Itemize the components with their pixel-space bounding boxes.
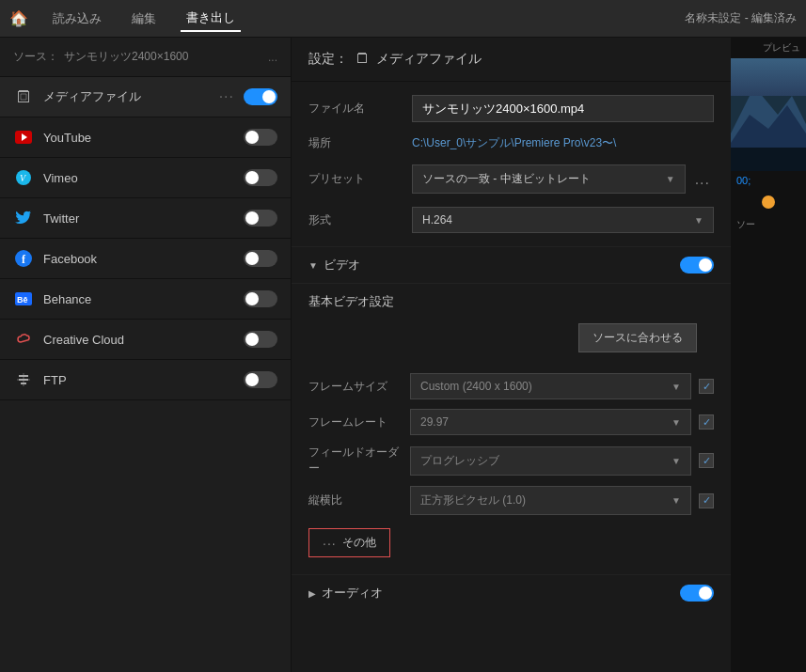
behance-toggle[interactable] [244,290,277,307]
field-order-checkbox[interactable] [699,453,714,468]
frame-rate-arrow-icon: ▼ [672,417,681,428]
youtube-icon [13,127,34,148]
frame-size-checkbox[interactable] [699,379,714,394]
facebook-toggle[interactable] [244,250,277,267]
svg-rect-12 [731,58,806,96]
home-nav-icon[interactable]: 🏠 [9,9,28,27]
panel-title: メディアファイル [376,51,482,68]
location-link[interactable]: C:\User_0\サンプル\Premiere Pro\v23〜\ [412,135,616,151]
field-order-select[interactable]: プログレッシブ ▼ [410,446,691,476]
facebook-icon: f [13,248,34,269]
audio-section-title: オーディオ [322,585,680,602]
sidebar-item-ftp[interactable]: FTP [0,360,291,400]
format-label: 形式 [308,212,412,228]
preview-timecode: 00; [731,171,806,190]
twitter-icon [13,208,34,228]
frame-size-value: Custom (2400 x 1600) [420,380,532,393]
ftp-icon [13,369,34,390]
frame-size-select[interactable]: Custom (2400 x 1600) ▼ [410,373,691,399]
svg-rect-11 [731,148,806,171]
location-label: 場所 [308,135,412,151]
preset-more-btn[interactable]: ... [691,167,714,192]
preview-marker-icon[interactable] [762,195,775,209]
other-btn-dots-icon: ··· [323,536,337,551]
preset-row: プリセット ソースの一致 - 中速ビットレート ▼ ... [308,164,714,194]
sidebar-source-header: ソース： サンモリッツ2400×1600 ... [0,38,291,77]
frame-size-label: フレームサイズ [308,379,403,395]
creative-cloud-toggle[interactable] [244,331,277,348]
nav-item-load[interactable]: 読み込み [47,7,107,31]
ftp-toggle[interactable] [244,371,277,388]
panel-header-icon [356,52,369,68]
audio-toggle[interactable] [680,585,714,602]
frame-rate-checkbox[interactable] [699,414,714,430]
filename-input[interactable] [412,95,714,122]
video-section-header[interactable]: ▼ ビデオ [292,247,731,284]
aspect-ratio-row: 縦横比 正方形ピクセル (1.0) ▼ [308,486,714,515]
right-preview-panel: プレビュ 00; ソー [731,38,806,672]
preset-select[interactable]: ソースの一致 - 中速ビットレート ▼ [412,164,686,194]
field-order-arrow-icon: ▼ [672,456,681,466]
sidebar-item-creative-cloud[interactable]: Creative Cloud [0,320,291,360]
preset-arrow-icon: ▼ [666,174,675,184]
video-toggle[interactable] [680,257,714,273]
media-toggle[interactable] [244,88,277,105]
youtube-label: YouTube [43,131,244,145]
sidebar-item-behance[interactable]: Bē Behance [0,279,291,320]
sidebar-item-facebook[interactable]: f Facebook [0,239,291,279]
frame-rate-value: 29.97 [420,415,449,429]
source-more-btn[interactable]: ... [268,51,277,64]
aspect-ratio-select[interactable]: 正方形ピクセル (1.0) ▼ [410,486,691,515]
frame-rate-select[interactable]: 29.97 ▼ [410,409,691,435]
preset-select-wrapper: ソースの一致 - 中速ビットレート ▼ ... [412,164,714,194]
audio-section-header[interactable]: ▶ オーディオ [292,574,731,611]
sidebar-item-vimeo[interactable]: V Vimeo [0,158,291,198]
panel-settings-label: 設定： [308,51,348,68]
main-layout: ソース： サンモリッツ2400×1600 ... メディアファイル ··· Yo… [0,38,806,672]
facebook-label: Facebook [43,252,244,266]
vimeo-label: Vimeo [43,171,244,185]
creative-cloud-icon [13,329,34,350]
format-select[interactable]: H.264 ▼ [412,207,714,233]
file-settings-section: ファイル名 場所 C:\User_0\サンプル\Premiere Pro\v23… [292,82,731,247]
other-settings-button[interactable]: ··· その他 [308,528,390,557]
document-title: 名称未設定 - 編集済み [685,10,797,26]
field-order-row: フィールドオーダー プログレッシブ ▼ [308,445,714,477]
match-source-button[interactable]: ソースに合わせる [578,323,697,352]
media-icon [13,86,34,107]
video-chevron-icon: ▼ [308,260,318,271]
youtube-toggle[interactable] [244,129,277,146]
source-label: ソース： [13,49,58,65]
svg-text:Bē: Bē [17,295,28,305]
frame-size-row: フレームサイズ Custom (2400 x 1600) ▼ [308,373,714,399]
left-sidebar: ソース： サンモリッツ2400×1600 ... メディアファイル ··· Yo… [0,38,292,672]
top-navigation: 🏠 読み込み 編集 書き出し 名称未設定 - 編集済み [0,0,806,38]
sidebar-item-twitter[interactable]: Twitter [0,198,291,239]
filename-row: ファイル名 [308,95,714,122]
frame-size-arrow-icon: ▼ [672,382,681,392]
sidebar-item-youtube[interactable]: YouTube [0,117,291,158]
twitter-label: Twitter [43,211,244,226]
source-sidebar-label: ソー [731,214,806,235]
nav-item-export[interactable]: 書き出し [181,6,241,32]
aspect-ratio-checkbox[interactable] [699,493,714,508]
vimeo-toggle[interactable] [244,169,277,186]
preset-label: プリセット [308,171,412,187]
twitter-toggle[interactable] [244,210,277,227]
aspect-ratio-label: 縦横比 [308,492,403,508]
center-panel: 設定： メディアファイル ファイル名 場所 C:\User_0\サンプル\Pre… [292,38,731,672]
media-dots[interactable]: ··· [219,88,234,105]
format-row: 形式 H.264 ▼ [308,207,714,233]
video-settings-rows: フレームサイズ Custom (2400 x 1600) ▼ フレームレート 2… [292,369,731,519]
other-btn-label: その他 [342,535,376,551]
location-row: 場所 C:\User_0\サンプル\Premiere Pro\v23〜\ [308,135,714,151]
creative-cloud-label: Creative Cloud [43,333,244,347]
frame-rate-row: フレームレート 29.97 ▼ [308,409,714,435]
preview-icon-area [731,190,806,214]
media-label: メディアファイル [43,88,219,105]
sidebar-item-media[interactable]: メディアファイル ··· [0,77,291,117]
field-order-label: フィールドオーダー [308,445,403,477]
frame-rate-label: フレームレート [308,414,403,430]
nav-item-edit[interactable]: 編集 [126,7,162,31]
aspect-ratio-arrow-icon: ▼ [672,495,681,506]
